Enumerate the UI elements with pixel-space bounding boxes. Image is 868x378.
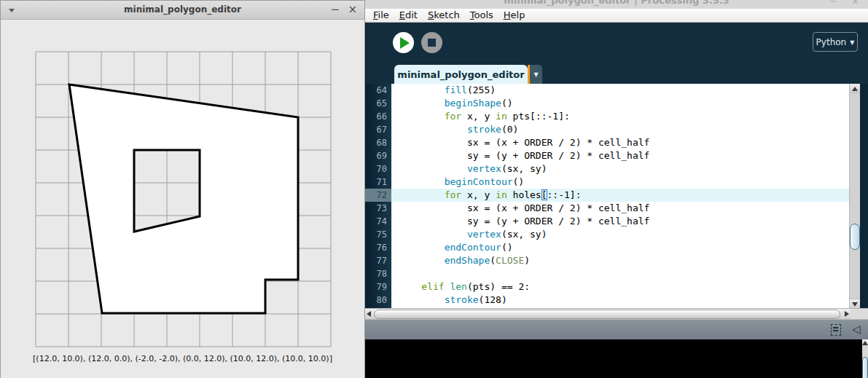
play-icon xyxy=(400,37,410,49)
line-number: 80 xyxy=(365,294,391,307)
line-number: 67 xyxy=(365,123,391,136)
ide-titlebar[interactable]: minimal_polygon_editor | Processing 3.5.… xyxy=(365,0,868,9)
code-lines: 64 fill(255)65 beginShape()66 for x, y i… xyxy=(365,84,849,307)
code-line-66[interactable]: 66 for x, y in pts[::-1]: xyxy=(365,110,849,123)
line-number: 73 xyxy=(365,202,391,215)
menu-edit[interactable]: Edit xyxy=(394,9,423,22)
console-export-icon[interactable] xyxy=(831,324,841,336)
code-line-69[interactable]: 69 sy = (y + ORDER / 2) * cell_half xyxy=(365,149,849,162)
sketch-canvas[interactable]: [(12.0, 10.0), (12.0, 0.0), (-2.0, -2.0)… xyxy=(1,20,364,378)
ide-minimize-button[interactable]: − xyxy=(829,0,837,7)
menu-tools[interactable]: Tools xyxy=(465,9,498,22)
sketch-window: minimal_polygon_editor − × [(12.0, 10.0)… xyxy=(0,0,365,378)
close-button[interactable]: × xyxy=(348,3,357,16)
code-text: vertex(sx, sy) xyxy=(391,228,849,241)
tab-minimal-polygon-editor[interactable]: minimal_polygon_editor xyxy=(394,65,528,84)
stop-icon xyxy=(428,39,436,47)
scroll-up-button[interactable] xyxy=(850,84,861,93)
line-number: 65 xyxy=(365,97,391,110)
menu-file[interactable]: File xyxy=(368,9,394,22)
line-number: 69 xyxy=(365,149,391,162)
code-editor[interactable]: 64 fill(255)65 beginShape()66 for x, y i… xyxy=(365,84,868,308)
processing-ide-window: minimal_polygon_editor | Processing 3.5.… xyxy=(365,0,868,378)
message-bar: ◁ xyxy=(365,319,868,339)
stop-button[interactable] xyxy=(421,32,442,53)
code-line-74[interactable]: 74 sy = (y + ORDER / 2) * cell_half xyxy=(365,215,849,228)
console-scrollbar-thumb[interactable] xyxy=(862,357,868,378)
tab-menu-button[interactable]: ▼ xyxy=(530,65,542,84)
code-line-67[interactable]: 67 stroke(0) xyxy=(365,123,849,136)
code-text: fill(255) xyxy=(391,84,849,97)
scroll-down-button[interactable] xyxy=(850,299,861,308)
scrollbar-corner xyxy=(851,309,868,320)
line-number: 77 xyxy=(365,254,391,267)
minimize-button[interactable]: − xyxy=(330,3,340,16)
code-line-71[interactable]: 71 beginContour() xyxy=(365,176,849,189)
code-text: sx = (x + ORDER / 2) * cell_half xyxy=(391,202,849,215)
polygon-coordinates-text: [(12.0, 10.0), (12.0, 0.0), (-2.0, -2.0)… xyxy=(1,354,364,363)
code-line-72[interactable]: 72 for x, y in holes[::-1]: xyxy=(365,189,849,202)
sketch-window-title: minimal_polygon_editor xyxy=(1,4,364,15)
polygon-shape[interactable] xyxy=(69,84,298,313)
ide-toolbar: Python ▼ minimal_polygon_editor ▼ xyxy=(365,23,868,84)
code-text xyxy=(391,267,849,280)
code-line-64[interactable]: 64 fill(255) xyxy=(365,84,849,97)
scroll-left-button[interactable] xyxy=(365,309,374,320)
mode-selector-button[interactable]: Python ▼ xyxy=(813,32,858,52)
scroll-right-button[interactable] xyxy=(842,309,851,320)
code-line-68[interactable]: 68 sx = (x + ORDER / 2) * cell_half xyxy=(365,136,849,149)
line-number: 78 xyxy=(365,267,391,280)
code-line-70[interactable]: 70 vertex(sx, sy) xyxy=(365,162,849,176)
arrow-down-icon xyxy=(852,302,858,307)
sketch-window-titlebar[interactable]: minimal_polygon_editor − × xyxy=(1,1,364,20)
screen: minimal_polygon_editor − × [(12.0, 10.0)… xyxy=(0,0,868,378)
horizontal-scrollbar-thumb[interactable] xyxy=(374,310,840,319)
arrow-left-icon xyxy=(367,311,371,317)
line-number: 74 xyxy=(365,215,391,228)
code-line-65[interactable]: 65 beginShape() xyxy=(365,97,849,110)
menu-help[interactable]: Help xyxy=(498,9,531,22)
ide-close-button[interactable]: × xyxy=(851,0,859,7)
code-line-80[interactable]: 80 stroke(128) xyxy=(365,294,849,307)
code-line-73[interactable]: 73 sx = (x + ORDER / 2) * cell_half xyxy=(365,202,849,215)
arrow-right-icon xyxy=(845,311,849,317)
menu-sketch[interactable]: Sketch xyxy=(423,9,465,22)
console-scroll-up-button[interactable] xyxy=(862,339,868,347)
mode-label: Python xyxy=(816,37,847,47)
line-number: 68 xyxy=(365,136,391,149)
line-number: 79 xyxy=(365,280,391,294)
console-collapse-icon[interactable]: ◁ xyxy=(852,323,861,336)
code-text: sx = (x + ORDER / 2) * cell_half xyxy=(391,136,849,149)
editor-right-edge xyxy=(860,84,868,308)
line-number: 70 xyxy=(365,162,391,176)
code-line-79[interactable]: 79 elif len(pts) == 2: xyxy=(365,280,849,294)
editor-horizontal-scrollbar[interactable] xyxy=(365,308,868,319)
code-line-76[interactable]: 76 endContour() xyxy=(365,241,849,254)
code-text: for x, y in pts[::-1]: xyxy=(391,110,849,123)
line-number: 71 xyxy=(365,176,391,189)
code-text: sy = (y + ORDER / 2) * cell_half xyxy=(391,215,849,228)
mode-dropdown-icon: ▼ xyxy=(850,39,854,46)
code-text: stroke(128) xyxy=(391,294,849,307)
code-text: elif len(pts) == 2: xyxy=(391,280,849,294)
code-text: beginShape() xyxy=(391,97,849,110)
line-number: 72 xyxy=(365,189,391,202)
editor-vertical-scrollbar[interactable] xyxy=(849,84,860,308)
ide-window-title: minimal_polygon_editor | Processing 3.5.… xyxy=(365,0,868,6)
line-number: 64 xyxy=(365,84,391,97)
console-output[interactable] xyxy=(365,339,862,378)
code-line-78[interactable]: 78 xyxy=(365,267,849,280)
code-text: endContour() xyxy=(391,241,849,254)
menu-bar: FileEditSketchToolsHelp xyxy=(365,9,868,23)
code-text: for x, y in holes[::-1]: xyxy=(391,189,849,202)
code-text: vertex(sx, sy) xyxy=(391,162,849,176)
vertical-scrollbar-thumb[interactable] xyxy=(850,224,860,250)
console-scrollbar[interactable] xyxy=(862,339,868,378)
run-button[interactable] xyxy=(393,32,414,53)
code-text: beginContour() xyxy=(391,176,849,189)
code-line-75[interactable]: 75 vertex(sx, sy) xyxy=(365,228,849,241)
arrow-up-icon xyxy=(852,87,858,91)
code-text: stroke(0) xyxy=(391,123,849,136)
line-number: 75 xyxy=(365,228,391,241)
code-line-77[interactable]: 77 endShape(CLOSE) xyxy=(365,254,849,267)
